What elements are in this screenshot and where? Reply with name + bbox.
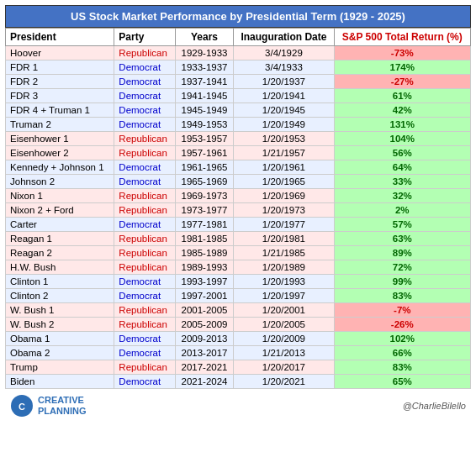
chart-title: US Stock Market Performance by President… [5, 5, 471, 28]
cell-party: Republican [114, 46, 175, 60]
cell-years: 1933-1937 [175, 60, 234, 75]
cell-party: Republican [114, 260, 175, 275]
cell-return: 83% [334, 289, 470, 303]
table-row: TrumpRepublican2017-20211/20/201783% [6, 360, 471, 375]
cell-years: 1985-1989 [175, 246, 234, 260]
cell-party: Republican [114, 146, 175, 160]
cell-inauguration: 1/20/1981 [234, 232, 334, 246]
cell-president: Truman 2 [6, 118, 114, 132]
cell-return: 33% [334, 175, 470, 189]
cell-return: 64% [334, 160, 470, 175]
cell-party: Democrat [114, 103, 175, 118]
cell-return: -7% [334, 303, 470, 318]
cell-return: 63% [334, 232, 470, 246]
col-header-inaug: Inauguration Date [234, 29, 334, 46]
cell-inauguration: 1/20/1977 [234, 218, 334, 232]
cell-party: Democrat [114, 89, 175, 103]
cell-party: Democrat [114, 60, 175, 75]
cell-party: Republican [114, 232, 175, 246]
cell-return: 174% [334, 60, 470, 75]
table-row: W. Bush 2Republican2005-20091/20/2005-26… [6, 318, 471, 332]
cell-party: Republican [114, 318, 175, 332]
table-row: Eisenhower 1Republican1953-19571/20/1953… [6, 132, 471, 146]
cell-president: Eisenhower 2 [6, 146, 114, 160]
cell-inauguration: 1/20/1993 [234, 275, 334, 289]
cell-president: H.W. Bush [6, 260, 114, 275]
cell-years: 1957-1961 [175, 146, 234, 160]
cell-party: Democrat [114, 275, 175, 289]
cell-years: 2001-2005 [175, 303, 234, 318]
cell-president: Clinton 1 [6, 275, 114, 289]
cell-return: 83% [334, 360, 470, 375]
cell-return: 99% [334, 275, 470, 289]
cell-inauguration: 1/20/1989 [234, 260, 334, 275]
cell-years: 1997-2001 [175, 289, 234, 303]
cell-inauguration: 1/20/1965 [234, 175, 334, 189]
table-row: Nixon 2 + FordRepublican1973-19771/20/19… [6, 203, 471, 218]
cell-president: W. Bush 1 [6, 303, 114, 318]
footer-credit: @CharlieBilello [403, 401, 466, 411]
cell-inauguration: 1/21/2013 [234, 346, 334, 360]
cell-inauguration: 1/20/1973 [234, 203, 334, 218]
table-row: Reagan 2Republican1985-19891/21/198589% [6, 246, 471, 260]
cell-return: 65% [334, 375, 470, 389]
cp-line2: PLANNING [38, 406, 86, 417]
footer: C CREATIVE PLANNING @CharlieBilello [5, 391, 471, 421]
cell-inauguration: 1/20/2009 [234, 332, 334, 346]
table-row: W. Bush 1Republican2001-20051/20/2001-7% [6, 303, 471, 318]
cell-president: Biden [6, 375, 114, 389]
col-header-president: President [6, 29, 114, 46]
cell-years: 1981-1985 [175, 232, 234, 246]
col-header-party: Party [114, 29, 175, 46]
cp-text: CREATIVE PLANNING [38, 395, 86, 417]
table-row: FDR 1Democrat1933-19373/4/1933174% [6, 60, 471, 75]
cell-party: Republican [114, 303, 175, 318]
cell-president: FDR 1 [6, 60, 114, 75]
cell-party: Democrat [114, 175, 175, 189]
cell-return: 131% [334, 118, 470, 132]
cell-inauguration: 1/20/1961 [234, 160, 334, 175]
cell-party: Republican [114, 132, 175, 146]
table-row: CarterDemocrat1977-19811/20/197757% [6, 218, 471, 232]
cell-years: 1965-1969 [175, 175, 234, 189]
cell-return: 2% [334, 203, 470, 218]
cell-president: Eisenhower 1 [6, 132, 114, 146]
table-row: FDR 4 + Truman 1Democrat1945-19491/20/19… [6, 103, 471, 118]
cell-return: -27% [334, 75, 470, 89]
cell-years: 1961-1965 [175, 160, 234, 175]
cell-party: Democrat [114, 289, 175, 303]
cell-years: 1977-1981 [175, 218, 234, 232]
cell-return: 42% [334, 103, 470, 118]
cell-years: 2005-2009 [175, 318, 234, 332]
cell-inauguration: 1/20/1941 [234, 89, 334, 103]
cell-president: Trump [6, 360, 114, 375]
cell-president: Obama 2 [6, 346, 114, 360]
cell-president: FDR 4 + Truman 1 [6, 103, 114, 118]
footer-left: C CREATIVE PLANNING [10, 394, 86, 418]
cell-party: Democrat [114, 218, 175, 232]
cell-years: 2017-2021 [175, 360, 234, 375]
table-row: FDR 2Democrat1937-19411/20/1937-27% [6, 75, 471, 89]
cell-inauguration: 1/20/1937 [234, 75, 334, 89]
cell-years: 1989-1993 [175, 260, 234, 275]
cell-years: 1973-1977 [175, 203, 234, 218]
cell-party: Democrat [114, 332, 175, 346]
cell-return: -26% [334, 318, 470, 332]
svg-text:C: C [19, 402, 25, 412]
cell-years: 1937-1941 [175, 75, 234, 89]
cell-inauguration: 1/20/1997 [234, 289, 334, 303]
cell-president: Clinton 2 [6, 289, 114, 303]
cell-inauguration: 3/4/1929 [234, 46, 334, 60]
table-row: FDR 3Democrat1941-19451/20/194161% [6, 89, 471, 103]
table-row: Kennedy + Johnson 1Democrat1961-19651/20… [6, 160, 471, 175]
cell-party: Democrat [114, 118, 175, 132]
cell-return: 104% [334, 132, 470, 146]
table-row: Obama 1Democrat2009-20131/20/2009102% [6, 332, 471, 346]
cell-inauguration: 1/20/2017 [234, 360, 334, 375]
cell-inauguration: 1/20/1953 [234, 132, 334, 146]
cell-president: Kennedy + Johnson 1 [6, 160, 114, 175]
cell-president: FDR 2 [6, 75, 114, 89]
cell-party: Democrat [114, 75, 175, 89]
cell-inauguration: 1/20/1949 [234, 118, 334, 132]
cell-return: 102% [334, 332, 470, 346]
